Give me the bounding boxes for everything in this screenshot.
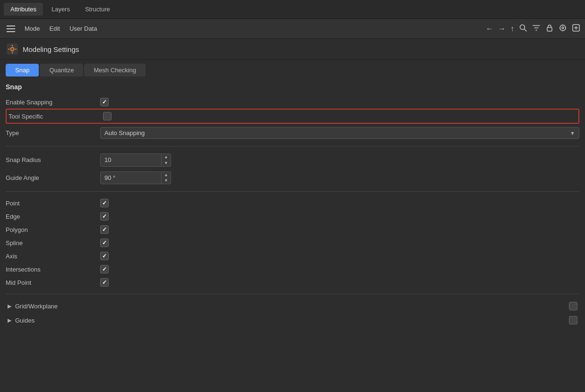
- edit-button[interactable]: Edit: [48, 24, 62, 33]
- tool-specific-label: Tool Specific: [9, 113, 103, 120]
- grid-workplane-label: Grid/Workplane: [15, 303, 565, 310]
- search-icon[interactable]: [519, 24, 527, 34]
- lock-icon[interactable]: [545, 24, 554, 34]
- mid-point-row: Mid Point: [6, 276, 579, 289]
- intersections-row: Intersections: [6, 263, 579, 276]
- toolbar: Mode Edit User Data ← → ↑: [0, 19, 585, 39]
- polygon-row: Polygon: [6, 223, 579, 236]
- snap-radius-row: Snap Radius 10 ▲ ▼: [6, 151, 579, 169]
- app-title: Modeling Settings: [23, 45, 79, 53]
- snap-radius-down[interactable]: ▼: [162, 160, 171, 166]
- snap-radius-input[interactable]: 10 ▲ ▼: [100, 153, 171, 167]
- point-row: Point: [6, 196, 579, 210]
- dropdown-arrow-icon: ▼: [570, 130, 575, 136]
- polygon-label: Polygon: [6, 226, 100, 233]
- axis-row: Axis: [6, 249, 579, 263]
- snap-radius-value: 10 ▲ ▼: [100, 153, 579, 167]
- tool-specific-checkbox[interactable]: [103, 112, 112, 120]
- tab-quantize[interactable]: Quantize: [40, 64, 83, 77]
- mode-button[interactable]: Mode: [23, 24, 42, 33]
- add-icon[interactable]: [572, 24, 580, 34]
- guide-angle-input[interactable]: 90 ° ▲ ▼: [100, 171, 171, 185]
- grid-workplane-checkbox[interactable]: [569, 302, 577, 310]
- tab-attributes[interactable]: Attributes: [4, 3, 43, 16]
- guide-angle-label: Guide Angle: [6, 174, 100, 181]
- axis-label: Axis: [6, 253, 100, 260]
- guide-angle-val: 90 °: [101, 172, 161, 183]
- user-data-button[interactable]: User Data: [68, 24, 99, 33]
- intersections-label: Intersections: [6, 266, 100, 273]
- menu-button[interactable]: [5, 24, 17, 34]
- type-dropdown[interactable]: Auto Snapping ▼: [100, 127, 579, 139]
- grid-workplane-row[interactable]: ▶ Grid/Workplane: [6, 299, 579, 313]
- snap-radius-spinners: ▲ ▼: [161, 154, 171, 166]
- enable-snapping-row: Enable Snapping: [6, 95, 579, 109]
- target-icon[interactable]: [559, 24, 567, 34]
- snap-radius-val: 10: [101, 154, 161, 165]
- app-icon: [6, 43, 19, 56]
- type-row: Type Auto Snapping ▼: [6, 125, 579, 141]
- type-label: Type: [6, 129, 100, 136]
- enable-snapping-checkbox[interactable]: [100, 98, 109, 106]
- point-checkbox[interactable]: [100, 199, 109, 207]
- edge-label: Edge: [6, 213, 100, 220]
- toolbar-icons: ← → ↑: [486, 24, 580, 34]
- tab-snap[interactable]: Snap: [6, 64, 39, 77]
- guides-arrow-icon: ▶: [8, 317, 11, 324]
- main-content: Snap Enable Snapping Tool Specific Type …: [0, 77, 585, 388]
- guide-angle-down[interactable]: ▼: [162, 178, 171, 184]
- snap-radius-label: Snap Radius: [6, 156, 100, 163]
- svg-line-1: [525, 29, 527, 31]
- separator-3: [6, 294, 579, 294]
- guides-row[interactable]: ▶ Guides: [6, 313, 579, 327]
- edge-checkbox[interactable]: [100, 212, 109, 221]
- edge-row: Edge: [6, 210, 579, 223]
- polygon-checkbox[interactable]: [100, 225, 109, 234]
- enable-snapping-label: Enable Snapping: [6, 99, 100, 106]
- guide-angle-row: Guide Angle 90 ° ▲ ▼: [6, 169, 579, 187]
- guide-angle-value: 90 ° ▲ ▼: [100, 171, 579, 185]
- app-header: Modeling Settings: [0, 39, 585, 60]
- separator-2: [6, 191, 579, 192]
- mid-point-label: Mid Point: [6, 279, 100, 286]
- snap-heading: Snap: [6, 83, 579, 91]
- content-tabs: Snap Quantize Mesh Checking: [0, 60, 585, 77]
- snap-targets: Point Edge Polygon Spline Axis Intersect…: [6, 196, 579, 289]
- spline-label: Spline: [6, 239, 100, 247]
- filter-icon[interactable]: [532, 24, 541, 34]
- forward-icon[interactable]: →: [498, 25, 506, 33]
- svg-point-4: [562, 27, 564, 29]
- tab-structure[interactable]: Structure: [78, 3, 117, 16]
- enable-snapping-value: [100, 98, 579, 106]
- guides-label: Guides: [15, 317, 565, 324]
- guides-checkbox[interactable]: [569, 316, 577, 324]
- intersections-checkbox[interactable]: [100, 265, 109, 273]
- tool-specific-row: Tool Specific: [6, 109, 579, 124]
- up-icon[interactable]: ↑: [510, 25, 514, 33]
- guide-angle-up[interactable]: ▲: [162, 172, 171, 178]
- guide-angle-spinners: ▲ ▼: [161, 172, 171, 184]
- tab-layers[interactable]: Layers: [45, 3, 77, 16]
- axis-checkbox[interactable]: [100, 252, 109, 260]
- back-icon[interactable]: ←: [486, 25, 493, 33]
- grid-workplane-arrow-icon: ▶: [8, 303, 11, 309]
- tab-bar: Attributes Layers Structure: [0, 0, 585, 19]
- type-dropdown-value: Auto Snapping: [104, 129, 145, 136]
- svg-rect-2: [547, 27, 552, 31]
- point-label: Point: [6, 200, 100, 207]
- type-value: Auto Snapping ▼: [100, 127, 579, 139]
- separator-1: [6, 146, 579, 146]
- snap-radius-up[interactable]: ▲: [162, 154, 171, 160]
- tab-mesh-checking[interactable]: Mesh Checking: [84, 64, 146, 77]
- spline-checkbox[interactable]: [100, 239, 109, 247]
- spline-row: Spline: [6, 236, 579, 249]
- mid-point-checkbox[interactable]: [100, 278, 109, 287]
- svg-point-3: [560, 25, 566, 31]
